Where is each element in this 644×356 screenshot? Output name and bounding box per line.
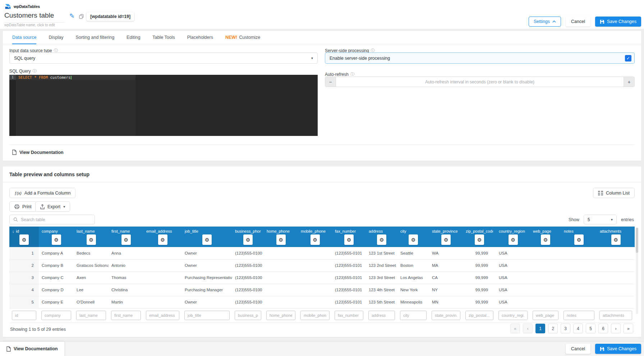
minus-button[interactable]: − (325, 77, 336, 87)
column-settings-button-email_address[interactable]: ⚙ (158, 234, 167, 245)
info-icon[interactable]: ⓘ (33, 68, 37, 74)
tab-data-source[interactable]: Data source (12, 31, 36, 44)
edit-pencil-icon[interactable]: ✎ (69, 12, 74, 20)
column-settings-button-mobile_phone[interactable]: ⚙ (310, 234, 320, 245)
column-title[interactable]: web_page (533, 229, 551, 233)
column-title[interactable]: country_region (499, 229, 525, 233)
column-title[interactable]: business_phone (235, 229, 261, 233)
column-title[interactable]: state_province (432, 229, 458, 233)
print-button[interactable]: Print (9, 201, 37, 212)
column-settings-button-home_phone[interactable]: ⚙ (276, 234, 286, 245)
server-side-checkbox[interactable]: ✓ (625, 55, 631, 61)
column-title[interactable]: company (42, 229, 58, 233)
column-settings-button-last_name[interactable]: ⚙ (87, 234, 96, 245)
column-title[interactable]: address (369, 229, 383, 233)
column-title[interactable]: fax_number (335, 229, 356, 233)
column-settings-button-zip_postal_code[interactable]: ⚙ (475, 234, 484, 245)
filter-input-zip_postal_code[interactable] (465, 311, 493, 320)
column-settings-button-attachments[interactable]: ⚙ (611, 234, 621, 245)
pagination-prev-button[interactable]: ‹ (523, 324, 533, 333)
column-settings-button-notes[interactable]: ⚙ (574, 234, 584, 245)
filter-input-address[interactable] (368, 311, 395, 320)
column-title[interactable]: last_name (77, 229, 95, 233)
column-title[interactable]: home_phone (267, 229, 290, 233)
pagination-page-5[interactable]: 5 (586, 324, 595, 333)
column-settings-button-address[interactable]: ⚙ (377, 234, 386, 245)
column-title[interactable]: job_title (185, 229, 198, 233)
page-length-select[interactable]: 5 ▾ (584, 215, 617, 224)
filter-input-city[interactable] (400, 311, 427, 320)
tab-sorting-and-filtering[interactable]: Sorting and filtering (75, 31, 114, 44)
server-side-processing-option[interactable]: Enable server-side processing ✓ (325, 53, 635, 64)
filter-input-email_address[interactable] (146, 311, 179, 320)
footer-cancel-button[interactable]: Cancel (566, 344, 590, 354)
column-title[interactable]: mobile_phone (301, 229, 326, 233)
filter-input-attachments[interactable] (599, 311, 632, 320)
column-title[interactable]: attachments (600, 229, 621, 233)
filter-input-business_phone[interactable] (235, 311, 261, 320)
column-title[interactable]: zip_postal_code (466, 229, 493, 233)
filter-input-last_name[interactable] (76, 311, 106, 320)
copy-icon[interactable] (79, 14, 84, 19)
view-documentation-link[interactable]: View Documentation (12, 150, 64, 155)
autorefresh-input[interactable] (336, 77, 624, 87)
tab-placeholders[interactable]: Placeholders (187, 31, 213, 44)
pagination-page-2[interactable]: 2 (548, 324, 558, 333)
column-settings-button-job_title[interactable]: ⚙ (202, 234, 212, 245)
table-title[interactable]: Customers table (4, 11, 65, 23)
cancel-button[interactable]: Cancel (566, 17, 590, 27)
sort-desc-icon[interactable]: ↓ (12, 229, 14, 233)
filter-input-company[interactable] (41, 311, 71, 320)
column-title[interactable]: first_name (111, 229, 130, 233)
pagination-page-6[interactable]: 6 (598, 324, 608, 333)
export-button[interactable]: Export ▾ (35, 201, 70, 212)
pagination-first-button[interactable]: « (510, 324, 520, 333)
add-formula-column-button[interactable]: ƒ(x) Add a Formula Column (9, 188, 75, 198)
footer-save-changes-button[interactable]: Save Changes (595, 344, 641, 354)
info-icon[interactable]: ⓘ (350, 72, 355, 77)
column-settings-button-business_phone[interactable]: ⚙ (243, 234, 253, 245)
filter-input-fax_number[interactable] (335, 311, 363, 320)
column-settings-button-country_region[interactable]: ⚙ (509, 234, 518, 245)
filter-input-job_title[interactable] (184, 311, 230, 320)
tab-editing[interactable]: Editing (126, 31, 140, 44)
table-body: 1Company ABedecsAnnaOwner(123)555-0100(1… (9, 247, 635, 308)
shortcode-chip[interactable]: [wpdatatable id=19] (87, 12, 134, 21)
filter-input-id[interactable] (12, 311, 36, 320)
filter-input-state_province[interactable] (432, 311, 460, 320)
filter-input-home_phone[interactable] (266, 311, 295, 320)
column-settings-button-first_name[interactable]: ⚙ (121, 234, 131, 245)
filter-input-web_page[interactable] (533, 311, 558, 320)
column-title[interactable]: city (400, 229, 406, 233)
column-settings-button-company[interactable]: ⚙ (52, 234, 61, 245)
pagination-page-1[interactable]: 1 (535, 324, 545, 333)
column-settings-button-web_page[interactable]: ⚙ (541, 234, 550, 245)
column-settings-button-id[interactable]: ⚙ (19, 234, 29, 245)
sql-editor[interactable]: 1 SELECT * FROM customers (9, 75, 318, 136)
tab-customize[interactable]: NEW!Customize (225, 31, 260, 44)
tab-display[interactable]: Display (49, 31, 63, 44)
pagination-last-button[interactable]: » (624, 324, 633, 333)
input-type-select[interactable]: SQL query ▾ (9, 53, 318, 64)
search-input[interactable] (21, 217, 91, 222)
filter-input-first_name[interactable] (111, 311, 141, 320)
pagination-next-button[interactable]: › (611, 324, 621, 333)
settings-button[interactable]: Settings (529, 17, 561, 27)
save-changes-button[interactable]: Save Changes (595, 17, 641, 27)
column-title[interactable]: email_address (146, 229, 172, 233)
filter-input-country_region[interactable] (498, 311, 528, 320)
column-settings-button-fax_number[interactable]: ⚙ (344, 234, 354, 245)
filter-input-notes[interactable] (564, 311, 594, 320)
plus-button[interactable]: + (624, 77, 634, 87)
column-settings-button-state_province[interactable]: ⚙ (441, 234, 451, 245)
column-title[interactable]: id (16, 229, 19, 233)
footer-view-documentation-link[interactable]: View Documentation (0, 342, 64, 356)
pagination-page-4[interactable]: 4 (573, 324, 583, 333)
column-title[interactable]: notes (564, 229, 574, 233)
filter-input-mobile_phone[interactable] (300, 311, 330, 320)
pagination-page-3[interactable]: 3 (561, 324, 570, 333)
tab-table-tools[interactable]: Table Tools (152, 31, 175, 44)
vertical-scrollbar[interactable] (636, 228, 638, 314)
column-list-button[interactable]: Column List (593, 188, 635, 198)
column-settings-button-city[interactable]: ⚙ (409, 234, 418, 245)
